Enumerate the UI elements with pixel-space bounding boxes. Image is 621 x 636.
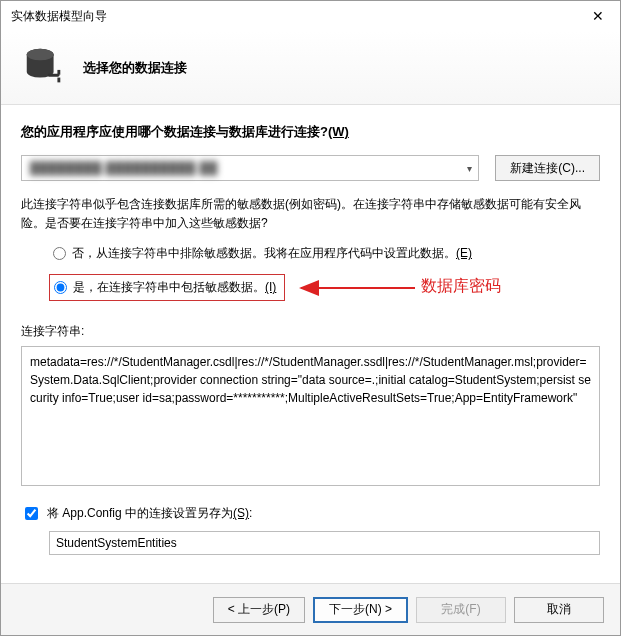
new-connection-label: 新建连接(C)...: [510, 160, 585, 177]
connstring-textarea[interactable]: metadata=res://*/StudentManager.csdl|res…: [21, 346, 600, 486]
radio-include-label: 是，在连接字符串中包括敏感数据。(I): [73, 279, 276, 296]
connection-question: 您的应用程序应使用哪个数据连接与数据库进行连接?(W): [21, 123, 600, 141]
connstring-label: 连接字符串:: [21, 323, 600, 340]
new-connection-button[interactable]: 新建连接(C)...: [495, 155, 600, 181]
svg-rect-3: [57, 69, 60, 74]
save-config-checkbox[interactable]: [25, 507, 38, 520]
radio-include-input[interactable]: [54, 281, 67, 294]
settings-name-input[interactable]: [49, 531, 600, 555]
wizard-footer: < 上一步(P) 下一步(N) > 完成(F) 取消: [1, 583, 620, 635]
save-config-label: 将 App.Config 中的连接设置另存为(S):: [47, 505, 252, 522]
sensitive-radio-group: 否，从连接字符串中排除敏感数据。我将在应用程序代码中设置此数据。(E) 是，在连…: [49, 243, 600, 311]
titlebar: 实体数据模型向导 ✕: [1, 1, 620, 31]
prev-button[interactable]: < 上一步(P): [213, 597, 305, 623]
svg-point-1: [27, 48, 54, 60]
annotation-arrow: [297, 276, 417, 300]
save-config-checkbox-row[interactable]: 将 App.Config 中的连接设置另存为(S):: [21, 504, 600, 523]
database-icon: [21, 45, 67, 91]
close-icon: ✕: [592, 8, 604, 24]
radio-exclude-label: 否，从连接字符串中排除敏感数据。我将在应用程序代码中设置此数据。(E): [72, 245, 472, 262]
wizard-subtitle: 选择您的数据连接: [83, 59, 187, 77]
window-title: 实体数据模型向导: [11, 8, 107, 25]
content-area: 您的应用程序应使用哪个数据连接与数据库进行连接?(W) ████████.███…: [1, 105, 620, 555]
annotation-text: 数据库密码: [421, 276, 501, 297]
finish-button: 完成(F): [416, 597, 506, 623]
sensitive-explain: 此连接字符串似乎包含连接数据库所需的敏感数据(例如密码)。在连接字符串中存储敏感…: [21, 195, 600, 233]
close-button[interactable]: ✕: [575, 1, 620, 31]
next-button[interactable]: 下一步(N) >: [313, 597, 408, 623]
connection-dropdown[interactable]: ████████.██████████.██ ▾: [21, 155, 479, 181]
svg-rect-4: [57, 77, 60, 82]
question-text: 您的应用程序应使用哪个数据连接与数据库进行连接?: [21, 124, 328, 139]
cancel-button[interactable]: 取消: [514, 597, 604, 623]
chevron-down-icon: ▾: [467, 163, 472, 174]
connection-selected: ████████.██████████.██: [30, 161, 218, 175]
question-accel: (W): [328, 124, 349, 139]
radio-include-sensitive[interactable]: 是，在连接字符串中包括敏感数据。(I): [49, 274, 285, 301]
wizard-header: 选择您的数据连接: [1, 31, 620, 105]
connstring-value: metadata=res://*/StudentManager.csdl|res…: [30, 355, 591, 405]
radio-exclude-input[interactable]: [53, 247, 66, 260]
radio-exclude-sensitive[interactable]: 否，从连接字符串中排除敏感数据。我将在应用程序代码中设置此数据。(E): [49, 243, 600, 264]
